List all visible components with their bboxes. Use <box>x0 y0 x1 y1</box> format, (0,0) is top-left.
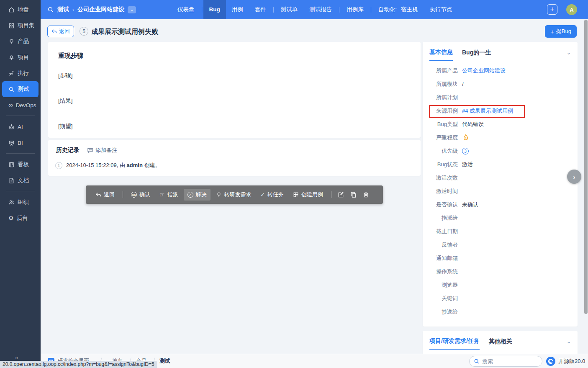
check-circle-icon: ✓ <box>187 192 193 198</box>
comment-icon <box>87 147 93 153</box>
sidebar-item-execution[interactable]: 执行 <box>2 65 39 81</box>
tab-testreport[interactable]: 测试报告 <box>303 0 338 19</box>
field-row-activated-count: 激活次数 <box>423 171 578 185</box>
infinity-icon: ∞ <box>8 103 13 107</box>
toolbar-confirm-button[interactable]: OK 确认 <box>127 189 154 201</box>
tab-dashboard[interactable]: 仪表盘 <box>172 0 200 19</box>
tab-bug-life[interactable]: Bug的一生 <box>462 49 491 60</box>
sidebar-item-product[interactable]: 产品 <box>2 33 39 49</box>
repro-line-steps: [步骤] <box>58 72 73 80</box>
user-avatar[interactable]: A <box>566 4 577 15</box>
breadcrumb-app[interactable]: 测试 <box>57 6 69 13</box>
tab-testtask[interactable]: 测试单 <box>275 0 304 19</box>
toolbar-to-story-button[interactable]: 转研发需求 <box>212 189 255 201</box>
tab-suite[interactable]: 套件 <box>249 0 272 19</box>
repro-steps-card: 重现步骤 [步骤] [结果] [期望] <box>48 42 421 138</box>
breadcrumb-product[interactable]: 公司企业网站建设 <box>77 6 124 13</box>
reply-arrow-icon <box>51 29 57 34</box>
zentao-brand[interactable]: 开源版20.0 <box>546 357 585 366</box>
vertical-scrollbar[interactable] <box>584 20 588 314</box>
sidebar-item-ai[interactable]: AI <box>2 119 39 135</box>
zentao-logo-icon <box>546 357 555 366</box>
trash-icon <box>363 192 369 198</box>
toolbar-back-button[interactable]: 返回 <box>92 189 118 201</box>
field-row-module: 所属模块/ <box>423 77 578 91</box>
copy-icon-button[interactable] <box>348 189 359 201</box>
tab-host[interactable]: 宿主机 <box>398 0 424 19</box>
menu-divider <box>339 7 339 13</box>
edit-icon-button[interactable] <box>336 189 347 201</box>
rocket-icon <box>8 54 15 61</box>
tab-bug[interactable]: Bug <box>203 0 226 19</box>
bug-id-badge: 5 <box>80 27 88 36</box>
field-row-status: Bug状态激活 <box>423 158 578 171</box>
search-icon <box>8 86 15 93</box>
history-entry-number: 1 <box>55 162 62 169</box>
next-record-button[interactable]: › <box>567 170 581 184</box>
toolbar-to-task-button[interactable]: ✓ 转任务 <box>257 189 288 201</box>
toolbar-assign-button[interactable]: ☞ 指派 <box>156 189 182 201</box>
sidebar-item-project-sets[interactable]: 项目集 <box>2 18 39 33</box>
tab-exec-node[interactable]: 执行节点 <box>424 0 458 19</box>
app-sidebar: 地盘 项目集 产品 项目 执行 测试 ∞ DevOps AI BI 看板 文档 <box>0 0 41 368</box>
check-icon: ✓ <box>261 192 265 198</box>
tab-caselib[interactable]: 用例库 <box>341 0 370 19</box>
toolbar-create-case-button[interactable]: 创建用例 <box>289 189 327 201</box>
collapse-chevron-icon[interactable]: ⌄ <box>567 50 571 59</box>
menu-divider <box>371 7 371 13</box>
bulb-icon <box>8 39 15 45</box>
automation-label: 自动化: <box>372 0 398 19</box>
back-button[interactable]: 返回 <box>47 26 74 37</box>
field-row-browser: 浏览器 <box>423 278 578 292</box>
tab-basic-info[interactable]: 基本信息 <box>429 49 453 61</box>
tab-case[interactable]: 用例 <box>226 0 249 19</box>
priority-badge: 3 <box>462 148 469 154</box>
runner-icon <box>8 70 15 77</box>
bulb-icon <box>216 192 222 198</box>
field-row-feedback-by: 反馈者 <box>423 238 578 252</box>
sidebar-item-home[interactable]: 地盘 <box>2 2 39 18</box>
collapse-chevron-icon[interactable]: ⌄ <box>567 339 571 348</box>
history-card: 历史记录 添加备注 1 2024-10-15 15:22:09, 由 admin… <box>48 140 421 176</box>
gear-icon: ⚙ <box>8 215 14 221</box>
sidebar-item-devops[interactable]: ∞ DevOps <box>2 97 39 113</box>
field-row-activated-date: 激活时间 <box>423 185 578 198</box>
sidebar-item-project[interactable]: 项目 <box>2 49 39 65</box>
submit-bug-button[interactable]: + 提Bug <box>545 25 577 38</box>
sidebar-item-admin[interactable]: ⚙ 后台 <box>2 210 39 226</box>
delete-icon-button[interactable] <box>361 189 372 201</box>
global-search <box>469 356 542 367</box>
search-icon <box>474 358 480 364</box>
sidebar-item-bi[interactable]: BI <box>2 135 39 151</box>
home-icon <box>8 7 15 13</box>
sidebar-item-kanban[interactable]: 看板 <box>2 157 39 172</box>
sidebar-item-org[interactable]: 组织 <box>2 194 39 210</box>
plus-icon: + <box>550 5 555 13</box>
tab-other-related[interactable]: 其他相关 <box>489 338 512 349</box>
sidebar-item-doc[interactable]: 文档 <box>2 172 39 188</box>
history-entry-action: 创建。 <box>144 162 160 168</box>
field-row-os: 操作系统 <box>423 265 578 278</box>
grid-icon <box>8 23 15 29</box>
edit-icon <box>338 192 344 198</box>
version-label: 开源版20.0 <box>558 358 585 365</box>
top-navbar: 测试 › 公司企业网站建设 ⌄ 仪表盘 Bug 用例 套件 测试单 测试报告 用… <box>41 0 588 19</box>
tab-project-story-task[interactable]: 项目/研发需求/任务 <box>429 337 480 350</box>
field-row-from-case: 来源用例#4 成果展示测试用例 <box>423 104 578 118</box>
status-value: 激活 <box>462 161 473 168</box>
kanban-icon <box>8 162 15 168</box>
field-value-product-link[interactable]: 公司企业网站建设 <box>462 67 506 75</box>
taskbar-item-test[interactable]: 测试 <box>159 354 170 368</box>
field-row-severity: 严重程度 3 <box>423 131 578 144</box>
sidebar-item-test[interactable]: 测试 <box>2 81 39 97</box>
search-icon <box>47 6 54 13</box>
add-note-button[interactable]: 添加备注 <box>87 147 117 154</box>
cases-icon <box>293 192 299 198</box>
global-create-button[interactable]: + <box>547 4 557 15</box>
search-input[interactable] <box>482 358 528 365</box>
toolbar-resolve-button[interactable]: ✓ 解决 <box>184 189 211 201</box>
product-switch-dropdown[interactable]: ⌄ <box>128 6 136 13</box>
history-entry: 1 2024-10-15 15:22:09, 由 admin 创建。 <box>55 162 160 169</box>
sidebar-collapse-button[interactable]: « <box>15 354 18 361</box>
field-value-case-link[interactable]: #4 成果展示测试用例 <box>462 107 513 115</box>
